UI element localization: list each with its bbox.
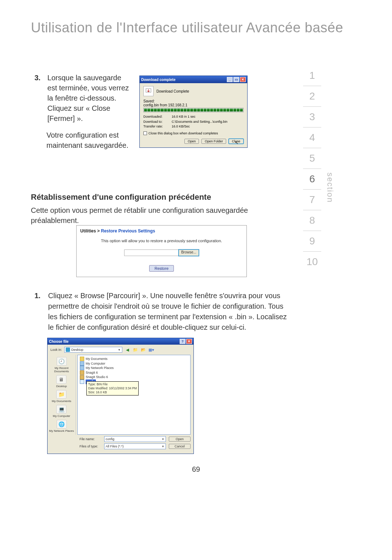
lookin-select[interactable]: Desktop ▼	[64, 347, 122, 353]
download-complete-dialog: Download complete _ ▭ ✕ Download Complet…	[139, 76, 248, 148]
download-icon	[143, 86, 154, 96]
rate-label: Transfer rate:	[143, 124, 172, 129]
open-file-button[interactable]: Open	[169, 437, 191, 442]
restore-description: This option will allow you to restore a …	[80, 239, 243, 243]
network-icon	[80, 366, 84, 370]
config-file-input[interactable]	[124, 249, 179, 256]
file-snagit[interactable]: SnagIt 6	[80, 370, 188, 375]
new-folder-icon[interactable]: 📂	[140, 347, 146, 353]
chevron-down-icon: ▼	[162, 438, 164, 441]
filename-input[interactable]: config▼	[104, 436, 166, 442]
desktop-icon	[66, 348, 70, 352]
downloaded-value: 16.0 KB in 1 sec	[172, 114, 196, 119]
nav-7[interactable]: 7	[303, 190, 321, 210]
lookin-label: Look in:	[50, 348, 62, 352]
close-icon[interactable]: ✕	[240, 77, 246, 82]
browse-button[interactable]: Browse...	[179, 249, 199, 256]
restore-paragraph: Cette option vous permet de rétablir une…	[31, 205, 270, 226]
maximize-icon[interactable]: ▭	[233, 77, 239, 82]
choose-file-dialog: Choose file ? ✕ Look in: Desktop ▼ ◀ 📁 📂…	[47, 338, 194, 454]
dialog-titlebar[interactable]: Download complete _ ▭ ✕	[140, 76, 247, 83]
up-folder-icon[interactable]: 📁	[132, 347, 138, 353]
nav-2[interactable]: 2	[303, 86, 321, 107]
step3-para1: Lorsque la sauvegarde est terminée, vous…	[48, 74, 129, 102]
step3-para3: Votre configuration est maintenant sauve…	[46, 130, 136, 150]
step1-text: Cliquez « Browse [Parcourir] ». Une nouv…	[48, 291, 290, 333]
chevron-down-icon: ▼	[118, 348, 121, 352]
close-checkbox[interactable]	[143, 131, 147, 135]
tooltip-type: Type: BIN File	[88, 382, 137, 386]
file-tooltip: Type: BIN File Date Modified: 10/11/2002…	[86, 381, 139, 395]
minimize-icon[interactable]: _	[227, 77, 233, 82]
computer-icon	[80, 361, 84, 366]
back-icon[interactable]: ◀	[124, 347, 130, 353]
nav-10[interactable]: 10	[303, 252, 321, 272]
page-title: Utilisation de l'Interface utilisateur A…	[31, 20, 343, 36]
bin-file-icon	[80, 380, 84, 384]
nav-1[interactable]: 1	[303, 65, 321, 86]
filename-label: File name:	[79, 437, 101, 441]
nav-4[interactable]: 4	[303, 127, 321, 148]
progress-bar	[143, 108, 244, 112]
place-mydocs[interactable]: 📁My Documents	[52, 389, 71, 403]
open-button[interactable]: Open	[184, 139, 199, 144]
step3-para2: Cliquez sur « Close [Fermer] ».	[48, 104, 110, 122]
rate-value: 16.0 KB/Sec	[172, 124, 190, 129]
restore-button[interactable]: Restore	[149, 265, 174, 272]
open-folder-button[interactable]: Open Folder	[201, 139, 226, 144]
file-mycomp[interactable]: My Computer	[80, 361, 188, 366]
choose-titlebar[interactable]: Choose file ? ✕	[48, 338, 193, 345]
dialog-title: Download complete	[141, 78, 175, 82]
page-number: 69	[0, 465, 392, 474]
restore-settings-panel: Utilities > Restore Previous Settings Th…	[76, 225, 247, 277]
place-mynet[interactable]: 🌐My Network Places	[49, 419, 74, 433]
choose-title: Choose file	[49, 340, 69, 344]
close-checkbox-label: Close this dialog box when download comp…	[148, 131, 218, 135]
downloaded-label: Downloaded:	[143, 114, 172, 119]
help-icon[interactable]: ?	[180, 339, 185, 344]
section-label: section	[325, 173, 335, 203]
views-icon[interactable]: ▦▾	[148, 347, 154, 353]
download-info: Downloaded:16.0 KB in 1 sec Download to:…	[143, 114, 244, 129]
file-mydocs[interactable]: My Documents	[80, 357, 188, 361]
downloadto-value: C:\Documents and Setting...\config.bin	[172, 119, 228, 125]
chevron-down-icon: ▼	[162, 445, 164, 448]
breadcrumb-restore: Restore Previous Settings	[101, 228, 155, 234]
nav-9[interactable]: 9	[303, 231, 321, 252]
breadcrumb: Utilities > Restore Previous Settings	[80, 228, 243, 234]
nav-5[interactable]: 5	[303, 148, 321, 169]
section-nav: 1 2 3 4 5 6 7 8 9 10	[303, 65, 321, 272]
saved-value: config.bin from 192.168.2.1	[143, 103, 244, 107]
places-bar: 🕘My Recent Documents 🖥Desktop 📁My Docume…	[48, 355, 76, 435]
cancel-button[interactable]: Cancel	[169, 444, 191, 449]
tooltip-modified: Date Modified: 10/11/2002 3:34 PM	[88, 386, 137, 390]
filetype-select[interactable]: All Files (*.*)▼	[104, 443, 166, 449]
step3-number: 3.	[34, 73, 45, 83]
saved-label: Saved:	[143, 99, 244, 103]
file-list[interactable]: My Documents My Computer My Network Plac…	[77, 355, 191, 435]
file-mynet[interactable]: My Network Places	[80, 366, 188, 370]
lookin-value: Desktop	[72, 348, 83, 352]
shortcut-icon	[80, 375, 84, 380]
step1-number: 1.	[34, 291, 46, 301]
download-heading: Download Complete	[156, 89, 189, 93]
tooltip-size: Size: 16.0 KB	[88, 390, 137, 394]
step3-block: 3. Lorsque la sauvegarde est terminée, v…	[34, 73, 136, 150]
nav-6[interactable]: 6	[303, 169, 321, 190]
restore-heading: Rétablissement d'une configuration précé…	[31, 192, 211, 202]
place-desktop[interactable]: 🖥Desktop	[56, 374, 67, 389]
shortcut-icon	[80, 370, 84, 375]
breadcrumb-utilities: Utilities >	[80, 228, 101, 234]
place-mycomp[interactable]: 💻My Computer	[53, 404, 70, 418]
place-recent[interactable]: 🕘My Recent Documents	[48, 356, 75, 374]
filetype-label: Files of type:	[79, 445, 101, 448]
downloadto-label: Download to:	[143, 119, 172, 125]
file-snagitstudio[interactable]: SnagIt Studio 6	[80, 375, 188, 380]
folder-icon	[80, 357, 84, 361]
nav-8[interactable]: 8	[303, 210, 321, 231]
cursor-icon: ↖	[235, 140, 238, 145]
nav-3[interactable]: 3	[303, 107, 321, 127]
step1-block: 1. Cliquez « Browse [Parcourir] ». Une n…	[34, 291, 292, 333]
choose-close-icon[interactable]: ✕	[186, 339, 192, 344]
